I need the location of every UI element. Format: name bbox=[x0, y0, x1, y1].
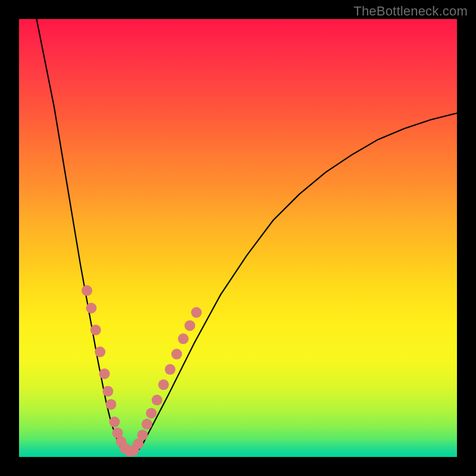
marker-dot bbox=[184, 320, 195, 331]
marker-dot bbox=[137, 430, 148, 440]
marker-dot bbox=[86, 303, 96, 314]
marker-dot bbox=[178, 333, 189, 344]
marker-dot bbox=[158, 380, 169, 390]
marker-dot bbox=[142, 419, 152, 430]
chart-svg bbox=[19, 19, 457, 457]
marker-dot bbox=[165, 364, 176, 375]
marker-dot bbox=[191, 307, 202, 318]
marker-dot bbox=[106, 399, 117, 410]
marker-dot bbox=[152, 394, 162, 405]
marker-dot bbox=[102, 386, 113, 397]
marker-dot bbox=[99, 368, 110, 379]
marker-dot bbox=[109, 416, 120, 427]
chart-stage: TheBottleneck.com bbox=[0, 0, 476, 476]
marker-dot bbox=[171, 349, 182, 359]
watermark-text: TheBottleneck.com bbox=[353, 4, 468, 19]
chart-plot-area bbox=[19, 19, 457, 457]
marker-dot bbox=[82, 285, 92, 296]
marker-dot bbox=[90, 325, 101, 336]
marker-dot bbox=[146, 408, 156, 418]
bottleneck-curve bbox=[36, 19, 457, 453]
marker-dot bbox=[95, 346, 105, 357]
